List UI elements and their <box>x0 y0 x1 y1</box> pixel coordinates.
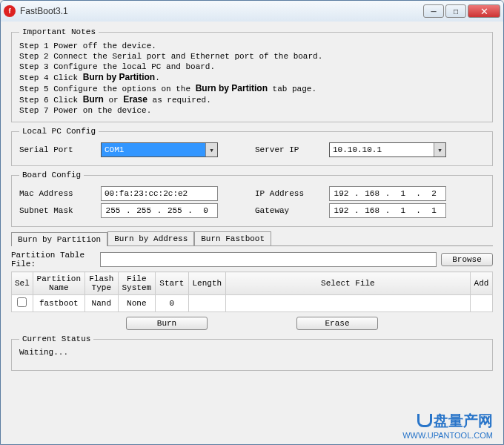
u-logo-icon <box>417 414 432 427</box>
cell-pname: fastboot <box>33 295 84 312</box>
minimize-button[interactable]: ─ <box>423 4 444 18</box>
col-fsys: File System <box>118 272 155 295</box>
col-pname: Partition Name <box>33 272 84 295</box>
maximize-button[interactable]: □ <box>445 4 466 18</box>
serial-port-combo[interactable]: COM1▾ <box>101 142 218 157</box>
col-length: Length <box>188 272 225 295</box>
chevron-down-icon: ▾ <box>434 143 445 156</box>
cell-start: 0 <box>155 295 188 312</box>
burn-button[interactable]: Burn <box>126 317 208 330</box>
tab-burn-address[interactable]: Burn by Address <box>107 231 194 245</box>
window-title: FastBoot3.1 <box>20 6 423 16</box>
col-sel: Sel <box>12 272 33 295</box>
row-checkbox[interactable] <box>17 297 27 307</box>
status-group: Current Status Waiting... <box>11 334 493 371</box>
board-legend: Board Config <box>19 171 84 179</box>
board-config-group: Board Config Mac Address IP Address 192.… <box>11 171 493 227</box>
ptf-input[interactable] <box>100 252 437 267</box>
subnet-input[interactable]: 255.255.255.0 <box>101 203 218 218</box>
add-button[interactable]: Add <box>471 272 493 295</box>
note-step3: Step 3 Configure the local PC and board. <box>19 62 485 72</box>
app-icon: f <box>4 5 16 17</box>
status-text: Waiting... <box>19 348 485 357</box>
client-area: Important Notes Step 1 Power off the dev… <box>1 22 503 444</box>
erase-button[interactable]: Erase <box>296 317 378 330</box>
titlebar[interactable]: f FastBoot3.1 ─ □ ✕ <box>1 1 503 22</box>
gateway-label: Gateway <box>255 206 329 215</box>
important-notes-group: Important Notes Step 1 Power off the dev… <box>11 27 493 122</box>
serial-port-label: Serial Port <box>19 145 101 154</box>
table-row: fastboot Nand None 0 <box>12 295 493 312</box>
ip-label: IP Address <box>255 189 329 198</box>
ptf-label: Partition Table File: <box>11 251 100 268</box>
tab-burn-partition[interactable]: Burn by Partition <box>11 232 107 246</box>
partition-table: Sel Partition Name Flash Type File Syste… <box>11 271 493 312</box>
note-step2: Step 2 Connect the Serial port and Ether… <box>19 51 485 62</box>
note-step6: Step 6 Click Burn or Erase as required. <box>19 94 485 105</box>
col-ftype: Flash Type <box>84 272 118 295</box>
chevron-down-icon: ▾ <box>205 143 217 156</box>
mac-input[interactable] <box>101 186 218 201</box>
note-step1: Step 1 Power off the device. <box>19 41 485 51</box>
cell-ftype: Nand <box>84 295 118 312</box>
localpc-legend: Local PC Config <box>19 127 99 136</box>
cell-fsys: None <box>118 295 155 312</box>
status-legend: Current Status <box>19 334 93 343</box>
notes-legend: Important Notes <box>19 27 99 36</box>
tab-bar: Burn by Partition Burn by Address Burn F… <box>11 231 493 246</box>
tab-burn-fastboot[interactable]: Burn Fastboot <box>194 231 271 245</box>
server-ip-label: Server IP <box>255 145 329 154</box>
note-step4: Step 4 Click Burn by Partition. <box>19 72 485 83</box>
ip-address-input[interactable]: 192.168.1.2 <box>329 186 446 201</box>
browse-button[interactable]: Browse <box>441 253 493 266</box>
note-step5: Step 5 Configure the options on the Burn… <box>19 83 485 94</box>
gateway-input[interactable]: 192.168.1.1 <box>329 203 446 218</box>
close-button[interactable]: ✕ <box>468 4 500 18</box>
note-step7: Step 7 Power on the device. <box>19 105 485 116</box>
mac-label: Mac Address <box>19 189 101 198</box>
col-start: Start <box>155 272 188 295</box>
subnet-label: Subnet Mask <box>19 206 101 215</box>
server-ip-combo[interactable]: 10.10.10.1▾ <box>329 142 446 157</box>
cell-length <box>188 295 225 312</box>
local-pc-config-group: Local PC Config Serial Port COM1▾ Server… <box>11 127 493 166</box>
watermark: 盘量产网 WWW.UPANTOOL.COM <box>402 411 493 440</box>
cell-sfile <box>225 295 470 312</box>
app-window: f FastBoot3.1 ─ □ ✕ Important Notes Step… <box>0 0 504 445</box>
col-sfile: Select File <box>225 272 470 295</box>
